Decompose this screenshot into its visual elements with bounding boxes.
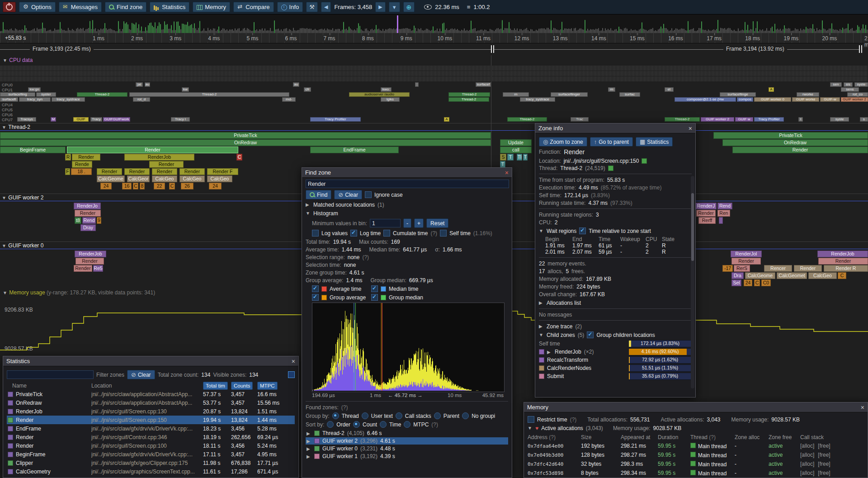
- group-children-checkbox[interactable]: [587, 331, 594, 338]
- zone-compos[interactable]: compos: [737, 97, 753, 102]
- zone-cfr[interactable]: cfr: [304, 87, 311, 92]
- find-button[interactable]: Find: [306, 190, 331, 199]
- zone-a[interactable]: A: [769, 87, 774, 92]
- zone-composer-2-1-se-hw[interactable]: composer@2.1-se (Hw: [675, 97, 736, 102]
- zone-tracy[interactable]: Tracy: [90, 117, 102, 122]
- group-average-checkbox[interactable]: [312, 294, 319, 301]
- zone-blank[interactable]: [719, 217, 723, 224]
- zone-ren[interactable]: Ren: [717, 210, 730, 217]
- statistics-button[interactable]: ▦Statistics: [636, 137, 673, 147]
- frames-row[interactable]: Frame 3,193 (22.45 ms)Frame 3,194 (13.92…: [0, 44, 868, 55]
- close-icon[interactable]: ×: [292, 358, 295, 364]
- zone-render[interactable]: Render: [732, 147, 868, 153]
- zone-trac[interactable]: Trac: [571, 117, 589, 122]
- zone-render[interactable]: Render: [75, 210, 101, 217]
- zone-syster[interactable]: syster: [36, 92, 56, 97]
- sort-by-count-radio[interactable]: [353, 421, 360, 428]
- restrict-time-checkbox[interactable]: [528, 416, 534, 423]
- decrease-button[interactable]: -: [403, 218, 411, 228]
- zone-rot-co[interactable]: rot_co: [847, 92, 868, 97]
- zone-lgiks[interactable]: lgiks: [381, 97, 400, 102]
- histogram-plot[interactable]: [312, 303, 505, 392]
- zone-kwo[interactable]: kwo:: [381, 87, 392, 92]
- zone-f[interactable]: F: [65, 168, 70, 175]
- zone-8[interactable]: 8: [140, 183, 145, 189]
- zone-guifguifwork[interactable]: GUIFGUIFwork: [103, 117, 130, 122]
- memory-table-row-0[interactable]: 0x7dfaa64e00192 bytes298.21 ms59.95 sMai…: [528, 441, 864, 450]
- zone-onredraw[interactable]: OnRedraw: [722, 139, 868, 146]
- found-zone-group-guif-worker-1[interactable]: ▶GUIF worker 1(3,192)4.39 s: [306, 453, 508, 460]
- tools-button[interactable]: ⚒: [306, 2, 318, 12]
- zone-call[interactable]: call: [500, 147, 532, 153]
- zone-render-f[interactable]: Render F: [207, 168, 238, 175]
- statistics-row-endframe[interactable]: EndFramejni/../jni/src/claw/gfx/drv/vk/D…: [7, 424, 295, 433]
- sort-by-time-radio[interactable]: [380, 421, 387, 428]
- zone-sis[interactable]: sis: [844, 82, 853, 87]
- alloc-callstack-link[interactable]: [alloc]: [800, 461, 814, 467]
- zone-thread-2[interactable]: Thread-2: [665, 117, 700, 122]
- go-to-parent-button[interactable]: ↑Go to parent: [590, 137, 633, 147]
- statistics-row-clipper[interactable]: Clipperjni/../jni/src/claw/gfx/geo/Clipp…: [7, 459, 295, 467]
- sort-by-mtpc-radio[interactable]: [404, 421, 410, 428]
- zone-a[interactable]: A: [444, 117, 449, 122]
- zone-s[interactable]: S: [500, 154, 506, 161]
- zone-thread-2[interactable]: Thread-2: [129, 92, 289, 97]
- zone-au[interactable]: au: [293, 82, 299, 87]
- zone-rnd[interactable]: rnd-: [282, 97, 296, 102]
- zone-audioserver-audio[interactable]: audioserver /audio: [349, 92, 410, 97]
- child-zone-renderjob[interactable]: ▶RenderJob(×2)4.16 ms (92.60%): [539, 348, 692, 355]
- zone-render[interactable]: Render: [152, 168, 177, 175]
- group-median-checkbox[interactable]: [371, 294, 378, 301]
- zone-jal[interactable]: jal: [136, 82, 143, 87]
- zone-render[interactable]: Render: [124, 168, 150, 175]
- zoom-to-zone-button[interactable]: ◎Zoom to zone: [539, 137, 587, 147]
- zone-calcgeo[interactable]: CalcGeo: [179, 175, 205, 182]
- zone-rot-d[interactable]: rot_d: [133, 97, 150, 102]
- toolbar-button-memory[interactable]: Memory: [193, 2, 230, 12]
- zone-calcgeome[interactable]: CalcGeome: [97, 175, 125, 182]
- toolbar-button-statistics[interactable]: Statistics: [150, 2, 189, 12]
- zone-kw-gn[interactable]: kw:gn: [28, 87, 41, 92]
- zone-renderjob[interactable]: RenderJob: [124, 154, 194, 161]
- ignore-case-checkbox[interactable]: [365, 191, 372, 198]
- zone-render[interactable]: Render: [696, 210, 716, 217]
- cpu-data-section-label[interactable]: ▼ CPU data: [3, 57, 33, 63]
- median-time-checkbox[interactable]: [371, 285, 378, 292]
- found-zone-group-guif-worker-0[interactable]: ▶GUIF worker 0(3,231)4.48 s: [306, 445, 508, 452]
- time-relative-checkbox[interactable]: [579, 227, 586, 234]
- toolbar-button-info[interactable]: Info: [277, 2, 303, 12]
- zone-guif-worker-2[interactable]: GUIF worker 2: [841, 97, 868, 102]
- zone-surfaceflinger[interactable]: surfaceflinger: [551, 92, 588, 97]
- column-appeared-at[interactable]: Appeared at: [621, 434, 650, 440]
- zone-guif-worke[interactable]: GUIF worke: [792, 97, 819, 102]
- zone-surfacefl[interactable]: surfacefl: [0, 97, 18, 102]
- power-button[interactable]: [3, 2, 16, 12]
- child-zone-self-time[interactable]: Self time172.14 µs (3.83%): [539, 340, 692, 347]
- zone-guif-worker-2[interactable]: GUIF worker 2: [701, 117, 734, 122]
- scrollbar-thumb[interactable]: [691, 193, 694, 261]
- zone-et[interactable]: et: [665, 87, 674, 92]
- memory-table-row-3[interactable]: 0x7dfc53d8988 bytes298.34 ms59.95 sMain …: [528, 469, 864, 478]
- column-thread[interactable]: Thread: [690, 434, 708, 440]
- sort-button-mtpc[interactable]: MTPC: [257, 382, 278, 390]
- toolbar-button-find-zone[interactable]: Find zone: [105, 2, 146, 12]
- thread-header-thread-2[interactable]: ▼ Thread-2: [0, 123, 868, 131]
- zone-au[interactable]: au: [145, 82, 150, 87]
- active-allocations-collapser[interactable]: ▼♥Active allocations(3,043)Memory usage:…: [528, 425, 864, 431]
- zone-thread-2[interactable]: Thread-2: [507, 117, 547, 122]
- reset-button[interactable]: Reset: [426, 218, 448, 228]
- zone-22[interactable]: 22: [154, 183, 165, 189]
- zone-tracy-profiler[interactable]: Tracy Profiler: [310, 117, 361, 122]
- zone-trace-collapser[interactable]: ▶Zone trace(2): [539, 323, 692, 330]
- found-zone-group-thread-2[interactable]: ▶Thread-2(4,105)6.46 s: [306, 430, 508, 437]
- center-view-button[interactable]: ⊕: [403, 2, 415, 12]
- self-time-checkbox[interactable]: [440, 230, 447, 237]
- zone-24[interactable]: 24: [209, 183, 222, 189]
- zone-calcgeor[interactable]: CalcGeor: [127, 175, 150, 182]
- increase-button[interactable]: +: [414, 218, 424, 228]
- zone-guif-w[interactable]: GUIF w: [735, 117, 753, 122]
- zone-s[interactable]: s: [860, 117, 868, 122]
- zone-surfacefling[interactable]: surfacefling: [0, 92, 35, 97]
- alloc-callstack-link[interactable]: [alloc]: [800, 443, 814, 449]
- zone-tl[interactable]: Tl: [517, 154, 522, 161]
